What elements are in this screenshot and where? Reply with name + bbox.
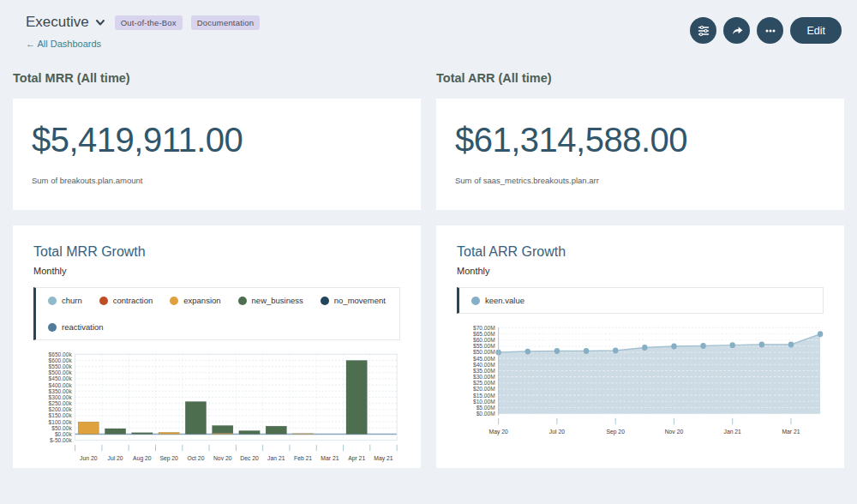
legend-dot-icon	[48, 323, 57, 332]
svg-text:$-50.00k: $-50.00k	[50, 437, 72, 443]
share-arrow-icon	[730, 24, 744, 38]
legend-label: keen.value	[485, 296, 524, 305]
filters-button[interactable]	[690, 17, 716, 44]
arr-growth-area-chart[interactable]: $0.00M$5.00M$10.00M$15.00M$20.00M$25.00M…	[457, 322, 824, 441]
legend-dot-icon	[99, 297, 108, 305]
svg-text:$5.00M: $5.00M	[476, 405, 495, 411]
svg-text:$350.00k: $350.00k	[49, 388, 73, 394]
svg-text:$150.00k: $150.00k	[49, 412, 73, 418]
svg-text:$600.00k: $600.00k	[49, 357, 73, 363]
svg-text:Mar 21: Mar 21	[782, 428, 800, 434]
dashboard-title-dropdown[interactable]: Executive	[26, 14, 106, 31]
svg-text:Aug 20: Aug 20	[133, 454, 152, 461]
mrr-growth-chart-interval: Monthly	[33, 266, 400, 276]
svg-text:Jan 21: Jan 21	[724, 428, 741, 434]
ellipsis-icon	[764, 24, 777, 38]
svg-text:Jan 21: Jan 21	[267, 454, 285, 460]
svg-text:$50.00k: $50.00k	[51, 425, 72, 431]
total-arr-value: $61,314,588.00	[455, 121, 825, 159]
legend-dot-icon	[321, 297, 329, 305]
dashboard-title: Executive	[26, 14, 89, 31]
svg-text:$25.00M: $25.00M	[473, 380, 495, 386]
chart-legend: churncontractionexpansionnew_businessno_…	[33, 287, 400, 340]
svg-text:$15.00M: $15.00M	[473, 392, 495, 398]
svg-text:$60.00M: $60.00M	[473, 337, 495, 343]
svg-text:$45.00M: $45.00M	[473, 355, 495, 361]
total-mrr-caption: Sum of breakouts.plan.amount	[32, 176, 402, 185]
chart-legend: keen.value	[457, 287, 824, 314]
filter-sliders-icon	[697, 24, 710, 38]
edit-button[interactable]: Edit	[790, 17, 842, 44]
share-button[interactable]	[723, 17, 750, 44]
legend-dot-icon	[48, 297, 57, 305]
svg-text:Apr 21: Apr 21	[348, 454, 365, 461]
legend-item-keen.value[interactable]: keen.value	[471, 296, 524, 305]
mrr-growth-bar-chart[interactable]: $-50.00k$0.00k$50.00k$100.00k$150.00k$20…	[33, 349, 400, 467]
legend-item-reactivation[interactable]: reactivation	[48, 322, 104, 332]
more-options-button[interactable]	[757, 17, 783, 44]
svg-text:$100.00k: $100.00k	[49, 418, 73, 424]
svg-text:$200.00k: $200.00k	[49, 406, 73, 412]
legend-dot-icon	[471, 297, 480, 305]
svg-text:$35.00M: $35.00M	[473, 368, 495, 374]
svg-text:Dec 20: Dec 20	[240, 454, 259, 460]
svg-text:Sep 20: Sep 20	[159, 454, 178, 461]
arr-section-title: Total ARR (All time)	[436, 71, 844, 85]
arr-growth-chart-interval: Monthly	[457, 266, 824, 276]
svg-text:$500.00k: $500.00k	[49, 369, 73, 375]
badge-out-of-the-box: Out-of-the-Box	[115, 15, 183, 30]
mrr-growth-chart-title: Total MRR Growth	[33, 244, 400, 260]
svg-text:$0.00k: $0.00k	[55, 431, 72, 437]
svg-text:$20.00M: $20.00M	[473, 386, 495, 392]
svg-text:Jul 20: Jul 20	[549, 428, 565, 434]
legend-label: new_business	[252, 296, 303, 305]
svg-text:Sep 20: Sep 20	[606, 428, 625, 435]
legend-item-expansion[interactable]: expansion	[170, 296, 220, 305]
svg-text:$30.00M: $30.00M	[473, 374, 495, 380]
svg-text:$250.00k: $250.00k	[49, 400, 73, 406]
total-arr-caption: Sum of saas_metrics.breakouts.plan.arr	[455, 176, 825, 185]
dashboard-header: Executive Out-of-the-Box Documentation ←…	[0, 0, 857, 51]
svg-text:Nov 20: Nov 20	[665, 428, 684, 434]
legend-dot-icon	[238, 297, 247, 305]
svg-text:$50.00M: $50.00M	[473, 349, 495, 355]
total-mrr-value: $5,419,911.00	[32, 121, 402, 159]
svg-text:$10.00M: $10.00M	[473, 399, 495, 405]
svg-text:Mar 21: Mar 21	[321, 454, 339, 460]
svg-text:$70.00M: $70.00M	[473, 325, 495, 331]
legend-item-no_movement[interactable]: no_movement	[321, 296, 386, 305]
arr-growth-chart-card: Total ARR Growth Monthly keen.value $0.0…	[436, 225, 844, 468]
dashboard-grid: Total MRR (All time) Total ARR (All time…	[0, 51, 857, 468]
legend-item-new_business[interactable]: new_business	[238, 296, 303, 305]
legend-label: expansion	[183, 296, 220, 305]
svg-text:$300.00k: $300.00k	[49, 394, 73, 400]
badge-documentation: Documentation	[191, 15, 261, 30]
svg-text:May 21: May 21	[374, 454, 393, 461]
mrr-section-title: Total MRR (All time)	[13, 71, 421, 85]
svg-text:Jul 20: Jul 20	[108, 454, 123, 460]
legend-item-contraction[interactable]: contraction	[99, 296, 153, 305]
svg-text:$400.00k: $400.00k	[49, 381, 73, 387]
arr-growth-chart-title: Total ARR Growth	[457, 244, 824, 260]
svg-text:$65.00M: $65.00M	[473, 331, 495, 337]
mrr-growth-chart-card: Total MRR Growth Monthly churncontractio…	[13, 225, 421, 468]
legend-label: churn	[62, 296, 82, 305]
svg-text:Feb 21: Feb 21	[294, 454, 312, 460]
svg-text:Nov 20: Nov 20	[213, 454, 232, 460]
svg-text:Oct 20: Oct 20	[187, 454, 204, 460]
total-mrr-card: $5,419,911.00 Sum of breakouts.plan.amou…	[13, 99, 421, 210]
svg-text:$550.00k: $550.00k	[49, 363, 73, 369]
legend-label: no_movement	[334, 296, 386, 305]
svg-text:Jun 20: Jun 20	[80, 454, 97, 460]
svg-text:$55.00M: $55.00M	[473, 343, 495, 349]
all-dashboards-link[interactable]: ← All Dashboards	[26, 39, 101, 49]
svg-text:$0.00M: $0.00M	[476, 411, 495, 417]
svg-text:$650.00k: $650.00k	[49, 351, 73, 357]
svg-text:$450.00k: $450.00k	[49, 375, 73, 381]
legend-item-churn[interactable]: churn	[48, 296, 82, 305]
svg-text:May 20: May 20	[489, 428, 508, 435]
total-arr-card: $61,314,588.00 Sum of saas_metrics.break…	[436, 99, 844, 210]
legend-label: reactivation	[62, 322, 104, 332]
legend-dot-icon	[170, 297, 178, 305]
legend-label: contraction	[113, 296, 153, 305]
